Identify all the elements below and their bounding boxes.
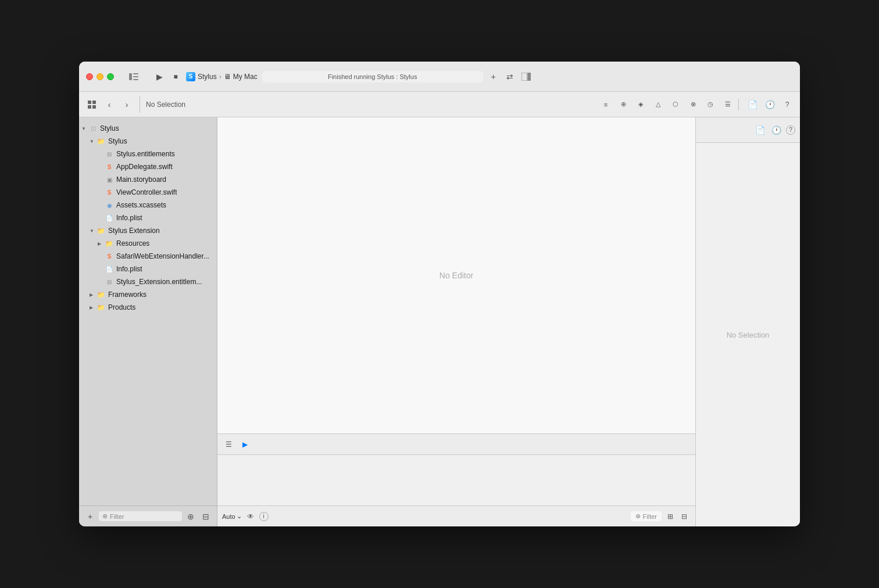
filter-right-placeholder: Filter [643,513,657,520]
resources-arrow: ▶ [98,241,105,246]
sidebar-item-stylus-ext[interactable]: ▼ 📁 Stylus Extension [79,224,217,237]
entitlements-icon: ⊟ [105,149,114,159]
eye-button[interactable]: 👁 [244,510,257,523]
collapse-all-button[interactable]: ⊟ [199,510,212,523]
no-editor-label: No Editor [440,271,473,280]
sidebar-item-entitlements[interactable]: ⊟ Stylus.entitlements [79,148,217,160]
scheme-icon: S [186,72,195,81]
auto-label: Auto [222,513,235,520]
minimize-button[interactable] [97,73,103,80]
sidebar-item-stylus-group[interactable]: ▼ 📁 Stylus [79,135,217,148]
sidebar-item-safari[interactable]: S SafariWebExtensionHandler... [79,250,217,263]
status-text: Finished running Stylus : Stylus [328,73,417,80]
library-button[interactable]: ☰ [720,96,736,113]
svg-rect-2 [133,76,138,77]
file-navigator: ▼ ⊡ Stylus ▼ 📁 Stylus ⊟ Stylus.entitleme [79,117,217,505]
entitlements-icon-2: ⊟ [105,277,114,286]
sidebar-item-appdelegate[interactable]: S AppDelegate.swift [79,160,217,173]
close-button[interactable] [86,73,93,80]
titlebar-right: + ⇄ [488,71,532,83]
sidebar-item-ext-entitlements[interactable]: ⊟ Stylus_Extension.entitlem... [79,275,217,288]
inspector-file-btn[interactable]: 📄 [753,124,766,137]
add-button[interactable]: + [488,71,499,83]
play-button[interactable]: ▶ [153,71,165,83]
sidebar-item-infoplist1[interactable]: 📄 Info.plist [79,211,217,224]
view-toggle-list[interactable]: ⊞ [664,510,677,523]
grid-view-button[interactable] [84,96,100,113]
expand-all-button[interactable]: ⊕ [184,510,197,523]
filter-button[interactable]: ⊕ [615,96,631,113]
nav-forward-button[interactable]: › [119,96,135,113]
warning-button[interactable]: △ [650,96,666,113]
swift-icon-appdelegate: S [105,162,114,171]
swift-icon-viewcontroller: S [105,188,114,197]
filter-area[interactable]: ⊕ Filter [99,511,182,521]
svg-rect-8 [88,105,91,109]
sidebar-item-root[interactable]: ▼ ⊡ Stylus [79,122,217,135]
console-btn[interactable]: ☰ [222,438,235,451]
inspector-content: No Selection [696,143,800,526]
sidebar-toggle-button[interactable] [128,71,140,83]
frameworks-label: Frameworks [108,291,146,299]
quick-help-button[interactable]: ? [779,96,795,113]
svg-rect-1 [133,73,138,74]
stop-button[interactable]: ■ [170,71,181,83]
svg-rect-7 [92,101,96,104]
bottom-bar-right: ⊕ Filter ⊞ ⊟ [631,510,691,523]
filter-right[interactable]: ⊕ Filter [631,511,662,521]
titlebar: ▶ ■ S Stylus › 🖥 My Mac Finished running… [79,62,800,92]
inspector-help-btn[interactable]: ? [786,126,795,135]
inspector-toggle-button[interactable] [520,71,532,83]
sidebar-footer: + ⊕ Filter ⊕ ⊟ [79,505,217,526]
root-arrow: ▼ [81,126,88,131]
breakpoint-button[interactable]: ◈ [633,96,649,113]
plist-icon-1: 📄 [105,213,114,223]
svg-rect-3 [133,79,138,80]
products-label: Products [108,303,135,311]
stylus-ext-arrow: ▼ [90,228,97,234]
info-button[interactable]: i [259,512,269,521]
resources-icon: 📁 [105,239,114,248]
bottom-bar: Auto ⌄ 👁 i ⊕ Filter ⊞ ⊟ [217,505,695,526]
scheme-selector[interactable]: S Stylus › 🖥 My Mac [186,72,258,81]
editor-main: No Editor [217,117,695,433]
swap-button[interactable]: ⇄ [504,71,516,83]
active-debug-btn[interactable]: ▶ [238,438,251,451]
assets-label: Assets.xcassets [116,201,166,209]
svg-rect-9 [92,105,96,109]
file-inspector-button[interactable]: 📄 [744,96,760,113]
environment-button[interactable]: ⊗ [685,96,701,113]
appdelegate-label: AppDelegate.swift [116,163,173,171]
console-area [217,454,695,505]
frameworks-icon: 📁 [97,290,106,299]
plist-icon-2: 📄 [105,264,114,274]
mainstoryboard-label: Main.storyboard [116,175,166,184]
stylus-group-label: Stylus [108,137,127,145]
viewcontroller-label: ViewController.swift [116,188,177,196]
source-control-button[interactable]: ≡ [598,96,614,113]
view-toggle-detail[interactable]: ⊟ [678,510,691,523]
nav-back-button[interactable]: ‹ [101,96,117,113]
sidebar-item-assets[interactable]: ◉ Assets.xcassets [79,199,217,211]
simulate-button[interactable]: ◷ [702,96,719,113]
no-selection-label: No Selection [727,331,770,339]
root-label: Stylus [100,124,119,132]
sidebar-item-mainstoryboard[interactable]: ▣ Main.storyboard [79,173,217,186]
maximize-button[interactable] [107,73,114,80]
infoplist2-label: Info.plist [116,265,142,273]
debug-bar: ☰ ▶ [217,433,695,454]
sidebar-item-products[interactable]: ▶ 📁 Products [79,301,217,314]
stylus-group-arrow: ▼ [90,139,97,144]
history-button[interactable]: 🕐 [762,96,778,113]
sidebar-item-infoplist2[interactable]: 📄 Info.plist [79,263,217,275]
folder-icon: 📁 [97,137,106,146]
project-icon: ⊡ [88,124,98,133]
inspector-history-btn[interactable]: 🕐 [770,124,782,137]
auto-selector[interactable]: Auto ⌄ [222,512,242,520]
toolbar-left-icons: ‹ › [84,96,140,113]
sidebar-item-frameworks[interactable]: ▶ 📁 Frameworks [79,288,217,301]
sidebar-item-viewcontroller[interactable]: S ViewController.swift [79,186,217,199]
add-file-button[interactable]: + [84,510,97,523]
sidebar-item-resources[interactable]: ▶ 📁 Resources [79,237,217,250]
memory-button[interactable]: ⬡ [667,96,684,113]
